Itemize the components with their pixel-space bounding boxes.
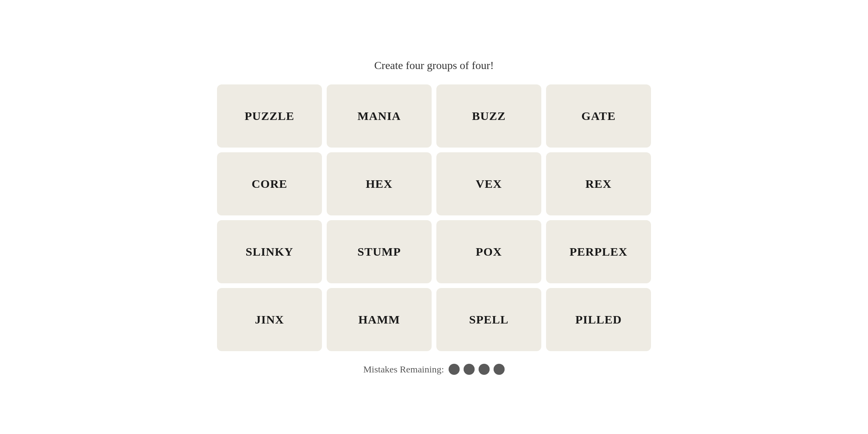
tile-label: JINX — [255, 313, 284, 326]
tile-jinx[interactable]: JINX — [217, 288, 322, 351]
tile-label: REX — [586, 177, 612, 191]
tile-spell[interactable]: SPELL — [436, 288, 541, 351]
game-subtitle: Create four groups of four! — [374, 59, 494, 72]
tile-label: CORE — [252, 177, 288, 191]
tile-label: SLINKY — [245, 245, 293, 258]
mistakes-dots — [449, 364, 505, 375]
tile-label: SPELL — [469, 313, 509, 326]
tile-puzzle[interactable]: PUZZLE — [217, 84, 322, 148]
tile-mania[interactable]: MANIA — [327, 84, 432, 148]
mistake-dot-4 — [494, 364, 505, 375]
tile-label: MANIA — [357, 109, 401, 123]
tile-stump[interactable]: STUMP — [327, 220, 432, 283]
tile-pilled[interactable]: PILLED — [546, 288, 651, 351]
game-container: Create four groups of four! PUZZLEMANIAB… — [217, 59, 651, 375]
tile-label: PILLED — [575, 313, 622, 326]
tile-label: GATE — [582, 109, 616, 123]
mistake-dot-3 — [479, 364, 490, 375]
tile-hex[interactable]: HEX — [327, 152, 432, 215]
tile-slinky[interactable]: SLINKY — [217, 220, 322, 283]
tile-label: PUZZLE — [245, 109, 294, 123]
tile-label: HAMM — [358, 313, 400, 326]
tile-perplex[interactable]: PERPLEX — [546, 220, 651, 283]
tile-label: PERPLEX — [569, 245, 627, 258]
mistakes-row: Mistakes Remaining: — [363, 364, 505, 375]
mistake-dot-2 — [464, 364, 475, 375]
mistakes-label: Mistakes Remaining: — [363, 364, 444, 375]
tile-label: BUZZ — [472, 109, 506, 123]
tile-pox[interactable]: POX — [436, 220, 541, 283]
tile-vex[interactable]: VEX — [436, 152, 541, 215]
tile-buzz[interactable]: BUZZ — [436, 84, 541, 148]
tile-core[interactable]: CORE — [217, 152, 322, 215]
mistake-dot-1 — [449, 364, 460, 375]
tile-label: POX — [476, 245, 502, 258]
tile-label: STUMP — [357, 245, 401, 258]
tile-gate[interactable]: GATE — [546, 84, 651, 148]
tile-label: HEX — [366, 177, 393, 191]
tile-rex[interactable]: REX — [546, 152, 651, 215]
tile-hamm[interactable]: HAMM — [327, 288, 432, 351]
tile-label: VEX — [476, 177, 502, 191]
tile-grid: PUZZLEMANIABUZZGATECOREHEXVEXREXSLINKYST… — [217, 84, 651, 351]
